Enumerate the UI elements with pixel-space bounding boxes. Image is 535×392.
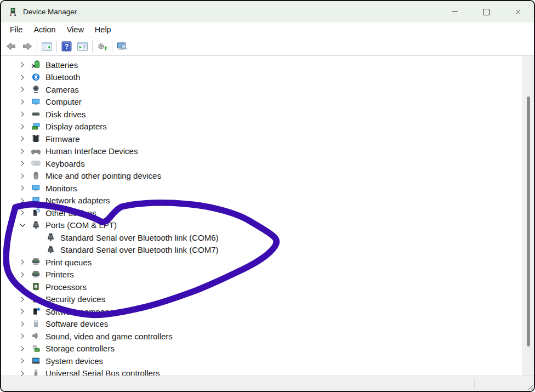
chevron-right-icon[interactable]	[18, 122, 27, 131]
tree-item-standard-serial-over-bluetooth-link-com6[interactable]: Standard Serial over Bluetooth link (COM…	[1, 231, 534, 244]
chevron-right-icon[interactable]	[18, 85, 27, 94]
chevron-right-icon[interactable]	[18, 356, 27, 365]
chevron-right-icon[interactable]	[18, 196, 27, 205]
menu-file[interactable]: File	[4, 24, 28, 35]
tree-item-mice-and-other-pointing-devices[interactable]: Mice and other pointing devices	[1, 170, 534, 183]
tree-item-bluetooth[interactable]: Bluetooth	[1, 71, 534, 84]
mouse-icon	[31, 171, 41, 181]
tree-item-label: Printers	[45, 270, 74, 279]
toolbar-show-console-tree-button[interactable]	[39, 39, 55, 54]
toolbar-back-button[interactable]	[3, 39, 19, 54]
chevron-right-icon[interactable]	[18, 98, 27, 106]
tree-item-software-components[interactable]: Software components	[1, 305, 534, 318]
tree-item-label: Keyboards	[45, 159, 85, 168]
chevron-right-icon[interactable]	[18, 344, 27, 353]
window-controls	[439, 1, 534, 22]
tree-item-monitors[interactable]: Monitors	[1, 182, 534, 195]
tree-item-label: Display adapters	[45, 122, 107, 131]
maximize-button[interactable]	[470, 1, 502, 22]
tree-item-cameras[interactable]: Cameras	[1, 83, 534, 96]
security-device-icon	[31, 294, 41, 304]
tree-item-label: Software devices	[45, 319, 108, 328]
menu-view[interactable]: View	[61, 24, 89, 35]
tree-item-disk-drives[interactable]: Disk drives	[1, 108, 534, 121]
device-manager-window: Device Manager FileActionViewHelp ? Batt…	[0, 0, 535, 392]
tree-item-label: Print queues	[45, 258, 92, 267]
minimize-button[interactable]	[439, 1, 470, 22]
device-tree: BatteriesBluetoothCamerasComputerDisk dr…	[1, 56, 534, 376]
scrollbar-thumb[interactable]	[527, 96, 530, 346]
tree-item-storage-controllers[interactable]: Storage controllers	[1, 343, 534, 355]
tree-item-print-queues[interactable]: Print queues	[1, 256, 534, 269]
toolbar-scan-hardware-changes-button[interactable]	[94, 39, 110, 54]
chevron-right-icon[interactable]	[18, 134, 27, 143]
chevron-right-icon[interactable]	[18, 159, 27, 168]
chevron-right-icon[interactable]	[18, 184, 27, 192]
chevron-down-icon[interactable]	[18, 221, 27, 230]
toolbar-properties-button[interactable]	[75, 39, 90, 54]
chevron-right-icon[interactable]	[18, 208, 27, 217]
scan-hardware-icon	[96, 41, 108, 52]
tree-item-ports-com-lpt[interactable]: Ports (COM & LPT)	[1, 219, 534, 232]
disk-drive-icon	[31, 109, 41, 119]
tree-item-label: Storage controllers	[45, 344, 115, 353]
chevron-right-icon[interactable]	[18, 307, 27, 316]
chevron-right-icon[interactable]	[18, 295, 27, 304]
close-icon	[514, 8, 522, 16]
camera-icon	[31, 84, 41, 94]
tree-item-label: Universal Serial Bus controllers	[45, 368, 160, 376]
toolbar-back-icon	[5, 41, 17, 52]
chevron-right-icon[interactable]	[18, 73, 27, 82]
bluetooth-icon	[31, 72, 41, 82]
vertical-scrollbar[interactable]	[522, 56, 534, 376]
chevron-right-icon[interactable]	[18, 320, 27, 328]
close-button[interactable]	[502, 1, 534, 22]
tree-item-computer[interactable]: Computer	[1, 96, 534, 109]
chevron-right-icon[interactable]	[18, 270, 27, 279]
tree-item-software-devices[interactable]: Software devices	[1, 318, 534, 331]
tree-item-network-adapters[interactable]: Network adapters	[1, 195, 534, 207]
tree-item-label: Standard Serial over Bluetooth link (COM…	[60, 233, 218, 242]
status-bar-divider	[474, 378, 475, 389]
tree-item-sound-video-and-game-controllers[interactable]: Sound, video and game controllers	[1, 330, 534, 343]
tree-item-batteries[interactable]: Batteries	[1, 59, 534, 71]
tree-item-human-interface-devices[interactable]: Human Interface Devices	[1, 145, 534, 158]
chevron-right-icon[interactable]	[18, 60, 27, 69]
resize-grip[interactable]	[526, 383, 533, 390]
serial-port-icon	[45, 232, 55, 242]
menu-help[interactable]: Help	[89, 24, 117, 35]
tree-item-processors[interactable]: Processors	[1, 281, 534, 293]
tree-item-label: Monitors	[45, 184, 77, 193]
status-bar-divider	[384, 378, 384, 389]
tree-item-printers[interactable]: Printers	[1, 269, 534, 281]
printer-icon	[31, 270, 41, 280]
toolbar-forward-icon	[21, 41, 33, 52]
toolbar-remote-computer-button[interactable]	[114, 39, 130, 54]
serial-port-icon	[45, 245, 55, 255]
network-adapter-icon	[31, 196, 41, 206]
tree-item-label: Ports (COM & LPT)	[45, 220, 117, 230]
tree-item-security-devices[interactable]: Security devices	[1, 293, 534, 306]
tree-item-standard-serial-over-bluetooth-link-com7[interactable]: Standard Serial over Bluetooth link (COM…	[1, 244, 534, 257]
tree-item-display-adapters[interactable]: Display adapters	[1, 121, 534, 133]
tree-item-firmware[interactable]: Firmware	[1, 133, 534, 145]
tree-item-universal-serial-bus-controllers[interactable]: Universal Serial Bus controllers	[1, 367, 534, 376]
tree-item-label: System devices	[45, 356, 103, 366]
chevron-right-icon[interactable]	[18, 172, 27, 180]
menu-action[interactable]: Action	[28, 24, 61, 35]
chevron-right-icon[interactable]	[18, 258, 27, 266]
remote-computer-icon	[116, 41, 128, 52]
tree-item-label: Sound, video and game controllers	[45, 332, 173, 341]
tree-item-keyboards[interactable]: Keyboards	[1, 157, 534, 170]
chevron-right-icon[interactable]	[18, 110, 27, 118]
device-tree-view: BatteriesBluetoothCamerasComputerDisk dr…	[1, 56, 534, 376]
toolbar-help-button[interactable]: ?	[59, 39, 75, 54]
chevron-right-icon[interactable]	[18, 282, 27, 291]
tree-item-other-devices[interactable]: ?Other devices	[1, 207, 534, 219]
chevron-right-icon[interactable]	[18, 147, 27, 156]
toolbar-forward-button[interactable]	[19, 39, 35, 54]
chevron-right-icon[interactable]	[18, 369, 27, 376]
tree-item-system-devices[interactable]: System devices	[1, 355, 534, 367]
device-manager-app-icon	[8, 7, 18, 16]
chevron-right-icon[interactable]	[18, 332, 27, 340]
